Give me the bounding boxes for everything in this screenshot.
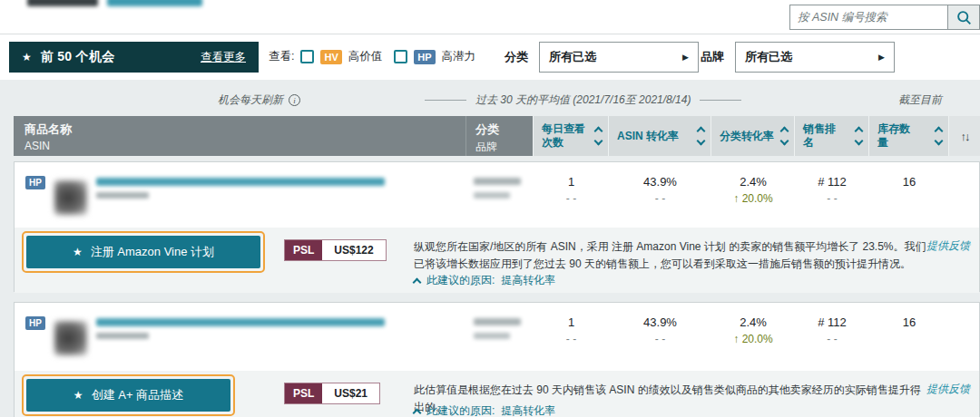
category-filter: 分类 所有已选 ▶ — [505, 42, 699, 73]
asin-conversion-cell: 43.9% - - — [609, 303, 711, 371]
sort-down-icon[interactable] — [935, 137, 944, 146]
hv-label: 高价值 — [348, 49, 383, 64]
brand-filter: 品牌 所有已选 ▶ — [701, 42, 895, 73]
hv-checkbox[interactable] — [300, 50, 314, 63]
asin-conversion-cell: 43.9% - - — [609, 162, 711, 228]
product-title-link[interactable] — [96, 318, 385, 326]
daily-views-header-label: 每日查看次数 — [542, 122, 595, 150]
collapse-icon[interactable] — [413, 277, 422, 286]
category-conversion-header-label: 分类转化率 — [720, 130, 778, 143]
sort-down-icon[interactable] — [594, 137, 603, 146]
brand-value-blur — [474, 192, 510, 199]
daily-views-value: 1 — [534, 315, 609, 329]
search-input[interactable] — [789, 5, 947, 30]
collapse-icon[interactable] — [413, 408, 422, 417]
sales-rank-change: - - — [795, 192, 869, 205]
hv-badge: HV — [320, 50, 341, 64]
category-conversion-cell: 2.4% ↑ 20.0% — [711, 162, 795, 228]
sort-inventory[interactable] — [936, 128, 942, 144]
recommendation-highlight: ★ 创建 A+ 商品描述 — [22, 374, 235, 416]
product-title-link[interactable] — [96, 178, 385, 186]
daily-views-value: 1 — [534, 175, 609, 189]
sales-rank-value: # 112 — [795, 315, 869, 329]
product-header-line1: 商品名称 — [24, 121, 466, 138]
view-label: 查看: — [269, 49, 294, 64]
sort-down-icon[interactable] — [697, 137, 706, 146]
brand-dropdown[interactable]: 所有已选 ▶ — [735, 42, 895, 73]
opportunity-row: HP 1 - - 43.9% - - 2.4% — [14, 161, 980, 292]
reason-label: 此建议的原因: — [426, 403, 495, 417]
asin-conversion-header-label: ASIN 转化率 — [617, 130, 688, 143]
action-button-label: 创建 A+ 商品描述 — [92, 387, 184, 403]
sort-toggle-icon[interactable]: ↑↓ — [948, 116, 980, 156]
feedback-link[interactable]: 提供反馈 — [926, 238, 970, 254]
enroll-vine-button[interactable]: ★ 注册 Amazon Vine 计划 — [26, 236, 260, 268]
sort-up-icon[interactable] — [935, 127, 944, 136]
category-dropdown[interactable]: 所有已选 ▶ — [539, 42, 699, 73]
category-conversion-change: ↑ 20.0% — [711, 192, 795, 205]
sort-up-icon[interactable] — [780, 127, 789, 136]
sort-sales-rank[interactable] — [856, 128, 862, 144]
reason-row: 此建议的原因: 提高转化率 — [414, 403, 555, 417]
psl-value: US$21 — [322, 383, 379, 403]
view-more-link[interactable]: 查看更多 — [201, 50, 246, 65]
hp-row-badge: HP — [25, 316, 45, 330]
filter-bar: ★ 前 50 个机会 查看更多 查看: HV 高价值 HP 高潜力 分类 所有已… — [0, 34, 980, 80]
sort-daily-views[interactable] — [595, 128, 602, 144]
sort-up-icon[interactable] — [697, 127, 706, 136]
sort-down-icon[interactable] — [780, 137, 789, 146]
dropdown-arrow-icon: ▶ — [878, 53, 885, 62]
search-button[interactable] — [947, 5, 980, 30]
category-value-blur — [474, 318, 521, 325]
psl-value: US$122 — [322, 240, 385, 260]
reason-link[interactable]: 提高转化率 — [501, 273, 555, 288]
content-area: 机会每天刷新 i 过去 30 天的平均值 (2021/7/16至 2021/8/… — [0, 80, 980, 417]
view-filters: 查看: HV 高价值 HP 高潜力 — [269, 49, 481, 64]
inventory-value: 16 — [869, 315, 949, 329]
category-conversion-cell: 2.4% ↑ 20.0% — [711, 303, 795, 371]
period-annotation: 过去 30 天的平均值 (2021/7/16至 2021/8/14) — [425, 92, 741, 108]
sort-up-icon[interactable] — [855, 127, 864, 136]
category-value-blur — [474, 178, 521, 185]
inventory-header-label: 库存数量 — [877, 122, 916, 150]
action-button-label: 注册 Amazon Vine 计划 — [91, 244, 214, 260]
sort-down-icon[interactable] — [855, 137, 864, 146]
opportunity-row: HP 1 - - 43.9% - - 2.4% — [14, 302, 980, 417]
asin-conversion-change: - - — [609, 192, 711, 205]
asin-search-box — [789, 5, 980, 30]
top-bar — [0, 0, 980, 34]
recommendation-band: ★ 注册 Amazon Vine 计划 PSL US$122 纵观您所在国家/地… — [15, 228, 979, 293]
sales-rank-header-label: 销售排名 — [803, 122, 841, 150]
inventory-cell: 16 — [869, 303, 949, 371]
sales-rank-cell: # 112 - - — [795, 162, 869, 228]
inventory-value: 16 — [869, 175, 949, 189]
asin-conversion-value: 43.9% — [609, 175, 711, 189]
daily-views-cell: 1 - - — [534, 162, 609, 228]
brand-label: 品牌 — [701, 49, 724, 65]
brand-value-blur — [474, 333, 510, 339]
feedback-link[interactable]: 提供反馈 — [926, 382, 970, 397]
sort-asin-conversion[interactable] — [698, 128, 704, 144]
product-cell: HP — [15, 162, 466, 228]
sales-rank-value: # 112 — [795, 175, 869, 189]
category-header-line2: 品牌 — [475, 140, 533, 155]
star-icon: ★ — [22, 51, 32, 63]
column-header-asin-conversion: ASIN 转化率 — [608, 116, 710, 156]
hp-checkbox[interactable] — [394, 50, 407, 63]
recommendation-highlight: ★ 注册 Amazon Vine 计划 — [22, 231, 265, 273]
product-cell: HP — [15, 303, 466, 371]
column-header-category-conversion: 分类转化率 — [710, 116, 794, 156]
sort-up-icon[interactable] — [594, 127, 603, 136]
reason-link[interactable]: 提高转化率 — [501, 403, 555, 417]
refresh-note: 机会每天刷新 i — [218, 92, 300, 108]
cropped-link-blur[interactable] — [107, 0, 202, 6]
period-label: 过去 30 天的平均值 (2021/7/16至 2021/8/14) — [475, 92, 691, 108]
refresh-note-text: 机会每天刷新 — [218, 92, 283, 108]
product-asin-blur — [96, 333, 149, 339]
sort-category-conversion[interactable] — [781, 128, 788, 144]
info-icon[interactable]: i — [289, 94, 300, 106]
divider — [700, 100, 741, 101]
category-brand-cell — [466, 162, 534, 228]
recommendation-description: 纵观您所在国家/地区的所有 ASIN，采用 注册 Amazon Vine 计划 … — [414, 238, 926, 273]
create-aplus-button[interactable]: ★ 创建 A+ 商品描述 — [26, 379, 230, 412]
